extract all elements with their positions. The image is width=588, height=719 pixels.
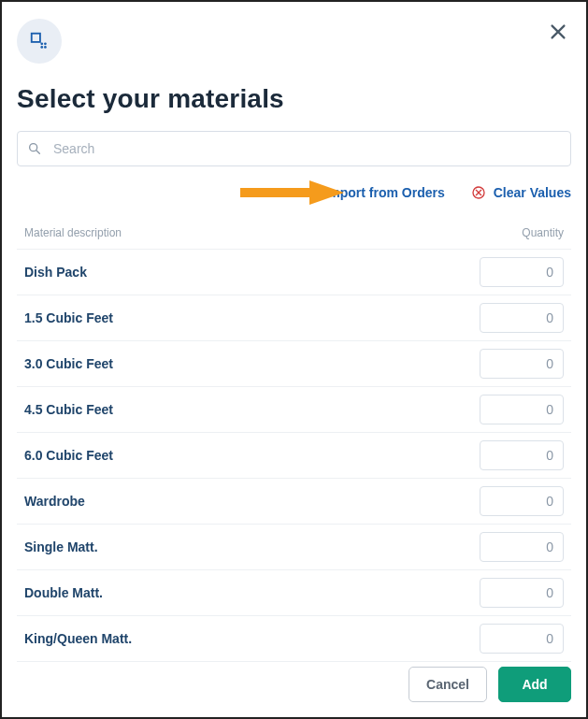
material-description: King/Queen Matt. — [24, 631, 132, 646]
material-description: Wardrobe — [24, 494, 85, 509]
clear-label: Clear Values — [494, 185, 571, 200]
quantity-input[interactable] — [480, 257, 564, 287]
add-label: Add — [522, 677, 547, 692]
materials-table: Dish Pack 1.5 Cubic Feet 3.0 Cubic Feet … — [17, 250, 571, 662]
quantity-input[interactable] — [480, 440, 564, 470]
table-row: 3.0 Cubic Feet — [17, 341, 571, 387]
svg-point-3 — [40, 46, 43, 49]
dialog-title: Select your materials — [17, 84, 571, 114]
import-label: Import from Orders — [324, 185, 444, 200]
quantity-input[interactable] — [480, 303, 564, 333]
col-description: Material description — [24, 226, 122, 239]
table-row: King/Queen Matt. — [17, 616, 571, 662]
material-description: 6.0 Cubic Feet — [24, 448, 113, 463]
svg-point-2 — [44, 42, 47, 45]
table-row: 4.5 Cubic Feet — [17, 387, 571, 433]
table-row: Double Matt. — [17, 570, 571, 616]
select-materials-dialog: Select your materials Import from Orders — [0, 0, 588, 719]
quantity-input[interactable] — [480, 532, 564, 562]
quantity-input[interactable] — [480, 486, 564, 516]
import-from-orders-button[interactable]: Import from Orders — [302, 185, 444, 200]
table-header: Material description Quantity — [17, 211, 571, 250]
clear-icon — [471, 185, 486, 200]
app-icon — [17, 19, 62, 64]
table-row: 6.0 Cubic Feet — [17, 433, 571, 479]
import-icon — [302, 185, 317, 200]
quantity-input[interactable] — [480, 395, 564, 424]
material-description: 3.0 Cubic Feet — [24, 356, 113, 371]
quantity-input[interactable] — [480, 349, 564, 379]
table-row: 1.5 Cubic Feet — [17, 295, 571, 341]
material-description: Dish Pack — [24, 265, 87, 280]
quantity-input[interactable] — [480, 624, 564, 654]
table-row: Wardrobe — [17, 479, 571, 525]
svg-rect-0 — [32, 34, 40, 42]
search-icon — [27, 141, 42, 156]
search-box[interactable] — [17, 131, 571, 166]
svg-point-4 — [44, 46, 47, 49]
quantity-input[interactable] — [480, 578, 564, 608]
svg-point-1 — [40, 42, 43, 45]
material-description: 1.5 Cubic Feet — [24, 310, 113, 325]
material-description: Single Matt. — [24, 539, 98, 554]
add-button[interactable]: Add — [498, 667, 571, 702]
table-row: Single Matt. — [17, 525, 571, 570]
svg-line-6 — [36, 151, 39, 153]
cancel-button[interactable]: Cancel — [409, 667, 487, 702]
clear-values-button[interactable]: Clear Values — [471, 185, 571, 200]
cancel-label: Cancel — [426, 677, 469, 692]
material-description: 4.5 Cubic Feet — [24, 402, 113, 417]
close-button[interactable] — [545, 19, 571, 45]
material-description: Double Matt. — [24, 585, 103, 600]
close-icon — [548, 22, 568, 42]
app-glyph-icon — [29, 31, 50, 51]
search-input[interactable] — [51, 140, 561, 157]
svg-point-5 — [30, 144, 37, 151]
table-row: Dish Pack — [17, 250, 571, 295]
col-quantity: Quantity — [522, 226, 564, 239]
